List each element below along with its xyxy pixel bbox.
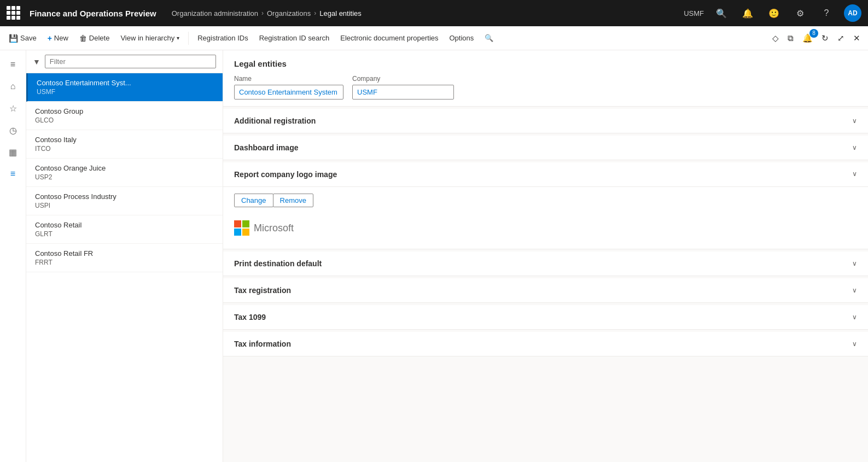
options-button[interactable]: Options xyxy=(445,32,479,44)
breadcrumb: Organization administration › Organizati… xyxy=(172,9,679,17)
top-nav-right: USMF 🔍 🔔 🙂 ⚙ ? AD xyxy=(684,4,861,22)
layers-icon-btn[interactable]: ⧉ xyxy=(784,31,797,45)
accordion-header-tax_information[interactable]: Tax information ∨ xyxy=(223,332,868,356)
sidebar-workspaces-btn[interactable]: ▦ xyxy=(3,142,23,162)
breadcrumb-organizations[interactable]: Organizations xyxy=(267,9,311,17)
registration-id-search-button[interactable]: Registration ID search xyxy=(255,32,334,44)
toolbar-separator xyxy=(188,32,189,45)
item-sub: GLCO xyxy=(35,116,214,124)
search-btn[interactable]: 🔍 xyxy=(713,4,730,22)
item-name: Contoso Entertainment Syst... xyxy=(37,79,214,87)
list-items-container: Contoso Entertainment Syst... USMF Conto… xyxy=(26,73,223,462)
close-form-btn[interactable]: ✕ xyxy=(850,31,864,45)
save-button[interactable]: 💾 Save xyxy=(4,32,41,45)
ms-logo-text: Microsoft xyxy=(254,223,294,234)
list-item[interactable]: Contoso Process Industry USPI xyxy=(26,187,223,215)
accordion-content-report_company_logo: Change Remove Microsoft xyxy=(223,186,868,249)
diamond-icon-btn[interactable]: ◇ xyxy=(769,31,782,45)
detail-panel: Legal entities Name Company Additional r… xyxy=(223,50,868,462)
chevron-icon-tax_information: ∨ xyxy=(852,340,857,348)
accordion-header-print_destination[interactable]: Print destination default ∨ xyxy=(223,252,868,276)
section-tax_1099: Tax 1099 ∨ xyxy=(223,305,868,330)
toolbar-search-btn[interactable]: 🔍 xyxy=(480,32,498,44)
list-item[interactable]: Contoso Orange Juice USP2 xyxy=(26,159,223,187)
name-field-group: Name xyxy=(234,75,343,100)
accordion-header-tax_1099[interactable]: Tax 1099 ∨ xyxy=(223,305,868,329)
electronic-doc-button[interactable]: Electronic document properties xyxy=(336,32,442,44)
refresh-btn[interactable]: ↻ xyxy=(818,31,832,45)
notification-count-btn[interactable]: 🔔8 xyxy=(799,31,816,45)
sidebar-favorites-btn[interactable]: ☆ xyxy=(3,98,23,118)
section-tax_information: Tax information ∨ xyxy=(223,332,868,356)
chevron-icon-tax_registration: ∨ xyxy=(852,286,857,294)
filter-input[interactable] xyxy=(45,55,216,68)
item-sub: FRRT xyxy=(35,259,214,266)
filter-icon: ▼ xyxy=(33,57,40,66)
sidebar-home-btn[interactable]: ⌂ xyxy=(3,77,23,96)
chevron-down-icon: ▾ xyxy=(177,35,179,41)
feedback-btn[interactable]: 🙂 xyxy=(765,4,783,22)
list-item[interactable]: Contoso Italy ITCO xyxy=(26,130,223,159)
toolbar: 💾 Save + New 🗑 Delete View in hierarchy … xyxy=(0,26,868,50)
item-sub: USMF xyxy=(37,88,214,96)
environment-label: USMF xyxy=(684,9,704,17)
ms-blue-square xyxy=(234,229,241,236)
delete-button[interactable]: 🗑 Delete xyxy=(75,32,114,45)
section-print_destination: Print destination default ∨ xyxy=(223,252,868,276)
name-label: Name xyxy=(234,75,343,83)
list-item[interactable]: Contoso Retail GLRT xyxy=(26,215,223,244)
item-sub: USPI xyxy=(35,202,214,209)
settings-btn[interactable]: ⚙ xyxy=(791,4,809,22)
accordion-header-report_company_logo[interactable]: Report company logo image ∧ xyxy=(223,162,868,186)
accordion-title-additional_registration: Additional registration xyxy=(234,116,316,125)
remove-logo-button[interactable]: Remove xyxy=(273,194,313,207)
accordion-header-additional_registration[interactable]: Additional registration ∨ xyxy=(223,109,868,133)
section-report_company_logo: Report company logo image ∧ Change Remov… xyxy=(223,162,868,249)
section-additional_registration: Additional registration ∨ xyxy=(223,109,868,133)
detail-header: Legal entities Name Company xyxy=(223,50,868,107)
chevron-icon-report_company_logo: ∧ xyxy=(852,171,857,178)
microsoft-logo: Microsoft xyxy=(234,220,857,236)
plus-icon: + xyxy=(48,34,52,43)
view-in-hierarchy-button[interactable]: View in hierarchy ▾ xyxy=(116,32,184,44)
sidebar-recent-btn[interactable]: ◷ xyxy=(3,120,23,140)
list-item[interactable]: Contoso Group GLCO xyxy=(26,102,223,130)
notification-btn[interactable]: 🔔 xyxy=(739,4,756,22)
chevron-icon-tax_1099: ∨ xyxy=(852,313,857,321)
company-input[interactable] xyxy=(352,85,454,100)
main-layout: ≡ ⌂ ☆ ◷ ▦ ≡ ▼ Contoso Entertainment Syst… xyxy=(0,50,868,462)
breadcrumb-current: Legal entities xyxy=(319,9,362,17)
accordion-title-tax_1099: Tax 1099 xyxy=(234,313,266,321)
breadcrumb-sep2: › xyxy=(314,9,316,17)
logo-display: Microsoft xyxy=(234,214,857,242)
registration-ids-button[interactable]: Registration IDs xyxy=(193,32,252,44)
list-item[interactable]: Contoso Retail FR FRRT xyxy=(26,244,223,272)
chevron-icon-print_destination: ∨ xyxy=(852,260,857,267)
breadcrumb-org-admin[interactable]: Organization administration xyxy=(172,9,258,17)
name-input[interactable] xyxy=(234,85,343,100)
sidebar-collapse-btn[interactable]: ≡ xyxy=(3,55,23,74)
list-filter-row: ▼ xyxy=(26,50,223,73)
accordion-container: Additional registration ∨ Dashboard imag… xyxy=(223,109,868,356)
change-logo-button[interactable]: Change xyxy=(234,194,273,207)
help-btn[interactable]: ? xyxy=(818,4,835,22)
item-name: Contoso Retail FR xyxy=(35,249,214,258)
list-item[interactable]: Contoso Entertainment Syst... USMF xyxy=(26,73,223,102)
accordion-header-tax_registration[interactable]: Tax registration ∨ xyxy=(223,278,868,302)
save-icon: 💾 xyxy=(9,34,18,43)
ms-red-square xyxy=(234,220,241,227)
item-name: Contoso Process Industry xyxy=(35,192,214,201)
accordion-title-print_destination: Print destination default xyxy=(234,259,322,268)
ms-logo-grid xyxy=(234,220,249,236)
expand-btn[interactable]: ⤢ xyxy=(834,31,848,45)
avatar[interactable]: AD xyxy=(844,4,861,22)
item-name: Contoso Italy xyxy=(35,136,214,144)
new-button[interactable]: + New xyxy=(43,32,73,45)
notification-badge-count: 8 xyxy=(809,29,818,38)
accordion-header-dashboard_image[interactable]: Dashboard image ∨ xyxy=(223,136,868,160)
delete-icon: 🗑 xyxy=(79,34,87,43)
app-grid-icon[interactable] xyxy=(7,6,21,20)
detail-title: Legal entities xyxy=(234,59,857,68)
sidebar-modules-btn[interactable]: ≡ xyxy=(3,164,23,184)
top-nav: Finance and Operations Preview Organizat… xyxy=(0,0,868,26)
